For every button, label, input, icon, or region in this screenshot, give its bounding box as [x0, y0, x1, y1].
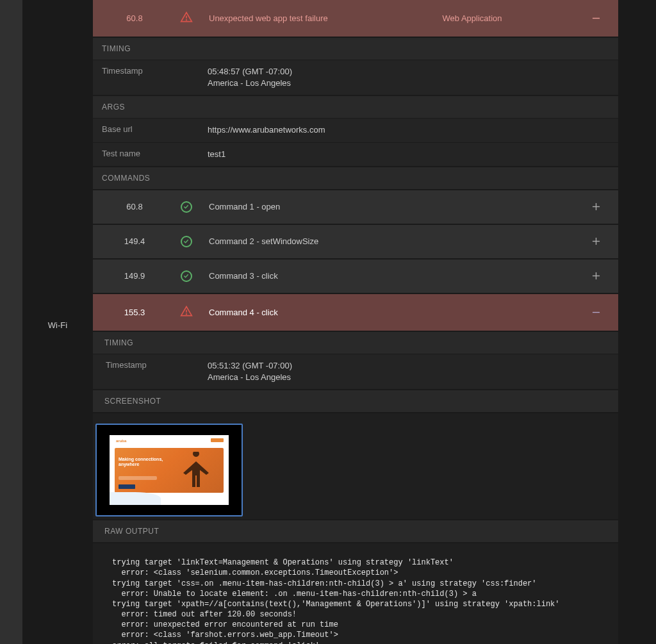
- thumb-brand: aruba: [116, 439, 126, 443]
- screenshot-header: SCREENSHOT: [93, 390, 618, 412]
- failure-time: 60.8: [106, 13, 163, 23]
- timestamp-key: Timestamp: [102, 360, 208, 383]
- testname-value: test1: [208, 149, 609, 160]
- command-label: Command 2 - setWindowSize: [209, 236, 581, 246]
- raw-output-header: RAW OUTPUT: [93, 520, 618, 542]
- failure-message: Unexpected web app test failure: [209, 13, 358, 23]
- check-icon: [168, 201, 204, 213]
- svg-point-1: [186, 20, 186, 21]
- command-label: Command 3 - click: [209, 271, 581, 281]
- testname-row: Test name test1: [93, 143, 618, 166]
- category-gutter: Wi-Fi: [22, 0, 93, 644]
- thumb-nav-button: [211, 438, 224, 442]
- command-time: 60.8: [106, 202, 163, 211]
- timestamp-value: 05:48:57 (GMT -07:00) America - Los Ange…: [208, 66, 609, 89]
- command-time: 149.4: [106, 236, 163, 246]
- expand-icon[interactable]: [586, 202, 605, 211]
- timestamp-value: 05:51:32 (GMT -07:00) America - Los Ange…: [208, 360, 609, 383]
- person-silhouette-icon: [181, 452, 211, 490]
- check-icon: [168, 270, 204, 282]
- cmd4-timing-header: TIMING: [93, 332, 618, 354]
- warning-icon: [168, 305, 204, 320]
- command-label: Command 1 - open: [209, 202, 581, 211]
- svg-point-10: [186, 314, 186, 315]
- failure-category: Web Application: [363, 13, 581, 23]
- args-section-header: ARGS: [93, 96, 618, 118]
- raw-output-text: trying target 'linkText=Management & Ope…: [112, 557, 609, 644]
- raw-output-block: trying target 'linkText=Management & Ope…: [93, 543, 618, 644]
- testname-key: Test name: [102, 149, 208, 160]
- baseurl-key: Base url: [102, 124, 208, 136]
- command-time: 149.9: [106, 271, 163, 281]
- warning-icon: [168, 11, 204, 26]
- screenshot-panel: aruba Making connections, anywhere: [93, 413, 618, 519]
- command-row-1[interactable]: 60.8 Command 1 - open: [93, 190, 618, 224]
- timestamp-row: Timestamp 05:48:57 (GMT -07:00) America …: [93, 60, 618, 95]
- collapse-icon[interactable]: [586, 308, 605, 317]
- timing-section-header: TIMING: [93, 38, 618, 60]
- main-panel: 60.8 Unexpected web app test failure Web…: [93, 0, 628, 644]
- check-icon: [168, 236, 204, 247]
- command-row-3[interactable]: 149.9 Command 3 - click: [93, 260, 618, 293]
- collapse-icon[interactable]: [586, 14, 605, 22]
- timestamp-key: Timestamp: [102, 66, 208, 89]
- right-gutter: [628, 0, 656, 644]
- baseurl-value: https://www.arubanetworks.com: [208, 124, 609, 136]
- expand-icon[interactable]: [586, 272, 605, 280]
- baseurl-row: Base url https://www.arubanetworks.com: [93, 119, 618, 142]
- thumb-headline: Making connections, anywhere: [119, 457, 163, 466]
- expand-icon[interactable]: [586, 237, 605, 245]
- screenshot-thumbnail[interactable]: aruba Making connections, anywhere: [95, 424, 243, 516]
- command-label: Command 4 - click: [209, 308, 581, 317]
- category-label: Wi-Fi: [48, 320, 67, 330]
- command-time: 155.3: [106, 308, 163, 317]
- failure-header-row[interactable]: 60.8 Unexpected web app test failure Web…: [93, 0, 618, 37]
- app-sidebar: [0, 0, 22, 644]
- commands-section-header: COMMANDS: [93, 167, 618, 189]
- command-row-2[interactable]: 149.4 Command 2 - setWindowSize: [93, 225, 618, 258]
- cmd4-timestamp-row: Timestamp 05:51:32 (GMT -07:00) America …: [93, 354, 618, 389]
- command-row-4[interactable]: 155.3 Command 4 - click: [93, 294, 618, 331]
